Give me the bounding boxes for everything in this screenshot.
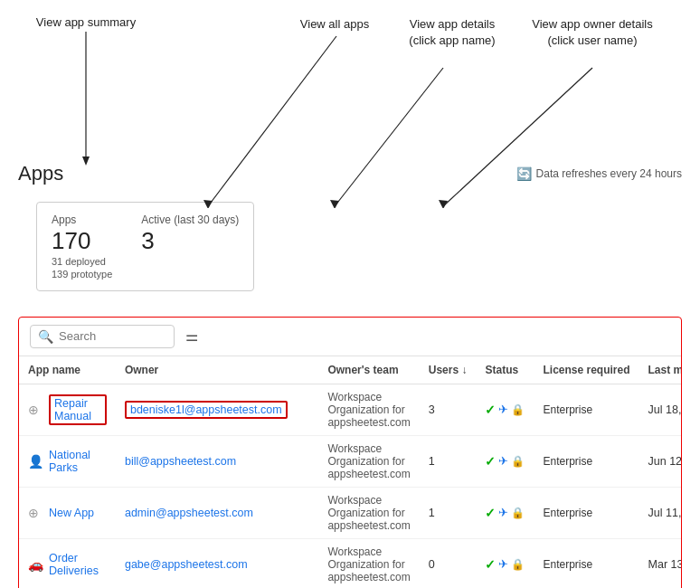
lock-icon: 🔒 [511, 403, 525, 416]
status-icons: ✓✈🔒 [485, 506, 525, 520]
table-row: ⊕Repair Manualbdeniske1l@appsheetest.com… [19, 384, 682, 435]
check-icon: ✓ [485, 557, 496, 572]
check-icon: ✓ [485, 506, 496, 520]
status-icons: ✓✈🔒 [485, 403, 525, 417]
col-header-status: Status [476, 356, 534, 384]
plane-icon: ✈ [498, 506, 508, 519]
annotation-view-app-summary: View app summary [14, 14, 158, 31]
modified-cell: Jul 18, 2024 [639, 384, 682, 435]
table-row: 🚗Order Deliveriesgabe@appsheetest.comWor… [19, 538, 682, 588]
table-row: ⊕New Appadmin@appsheetest.comWorkspace O… [19, 487, 682, 538]
annotation-view-app-details: View app details (click app name) [398, 16, 506, 49]
status-icons: ✓✈🔒 [485, 557, 525, 572]
owner-link[interactable]: gabe@appsheetest.com [125, 558, 248, 571]
summary-apps: Apps 170 31 deployed 139 prototype [52, 213, 112, 280]
lock-icon: 🔒 [511, 558, 525, 571]
lock-icon: 🔒 [511, 455, 525, 468]
col-header-team: Owner's team [318, 356, 419, 384]
app-icon: 🚗 [28, 557, 43, 572]
team-cell: Workspace Organization for appsheetest.c… [318, 384, 419, 435]
plane-icon: ✈ [498, 403, 508, 416]
app-name-link[interactable]: National Parks [49, 449, 107, 474]
apps-table: App name Owner Owner's team Users ↓ Stat… [19, 356, 682, 588]
search-input[interactable] [59, 329, 158, 343]
app-name-link[interactable]: Repair Manual [49, 394, 107, 425]
license-cell: Enterprise [534, 384, 639, 435]
search-icon: 🔍 [38, 329, 53, 344]
refresh-note: 🔄 Data refreshes every 24 hours [516, 166, 682, 181]
check-icon: ✓ [485, 454, 496, 469]
col-header-owner: Owner [116, 356, 318, 384]
users-cell: 1 [420, 487, 477, 538]
col-header-users[interactable]: Users ↓ [420, 356, 477, 384]
plane-icon: ✈ [498, 557, 508, 571]
table-header-row: App name Owner Owner's team Users ↓ Stat… [19, 356, 682, 384]
license-cell: Enterprise [534, 487, 639, 538]
table-row: 👤National Parksbill@appsheetest.comWorks… [19, 435, 682, 487]
lock-icon: 🔒 [511, 507, 525, 519]
table-toolbar: 🔍 ⚌ [19, 318, 681, 356]
owner-link[interactable]: bdeniske1l@appsheetest.com [125, 401, 288, 419]
search-box[interactable]: 🔍 [30, 325, 175, 348]
team-cell: Workspace Organization for appsheetest.c… [318, 435, 419, 487]
modified-cell: Jul 11, 2024 [639, 487, 682, 538]
team-cell: Workspace Organization for appsheetest.c… [318, 538, 419, 588]
apps-table-container: 🔍 ⚌ App name Owner Owner's team Users ↓ … [18, 317, 682, 588]
app-name-link[interactable]: New App [49, 507, 94, 519]
modified-cell: Mar 13, 2024 [639, 538, 682, 588]
modified-cell: Jun 12, 2024 [639, 435, 682, 487]
app-name-link[interactable]: Order Deliveries [49, 552, 107, 577]
app-icon: ⊕ [28, 403, 43, 417]
filter-icon[interactable]: ⚌ [185, 327, 198, 345]
check-icon: ✓ [485, 403, 496, 417]
license-cell: Enterprise [534, 538, 639, 588]
owner-link[interactable]: admin@appsheetest.com [125, 507, 253, 519]
refresh-icon: 🔄 [516, 166, 532, 181]
team-cell: Workspace Organization for appsheetest.c… [318, 487, 419, 538]
page-title: Apps [18, 162, 63, 185]
svg-line-6 [443, 68, 592, 206]
summary-active: Active (last 30 days) 3 [141, 213, 239, 280]
annotation-view-owner-details: View app owner details (click user name) [525, 16, 660, 49]
users-cell: 3 [420, 384, 477, 435]
annotation-view-all-apps: View all apps [285, 16, 384, 33]
owner-link[interactable]: bill@appsheetest.com [125, 455, 236, 468]
app-icon: ⊕ [28, 506, 43, 520]
svg-line-4 [335, 68, 443, 206]
users-cell: 0 [420, 538, 477, 588]
status-icons: ✓✈🔒 [485, 454, 525, 469]
plane-icon: ✈ [498, 454, 508, 468]
col-header-license: License required [534, 356, 639, 384]
users-cell: 1 [420, 435, 477, 487]
col-header-app-name: App name [19, 356, 116, 384]
summary-card: Apps 170 31 deployed 139 prototype Activ… [36, 202, 254, 291]
col-header-modified: Last modified [639, 356, 682, 384]
license-cell: Enterprise [534, 435, 639, 487]
app-icon: 👤 [28, 454, 43, 469]
